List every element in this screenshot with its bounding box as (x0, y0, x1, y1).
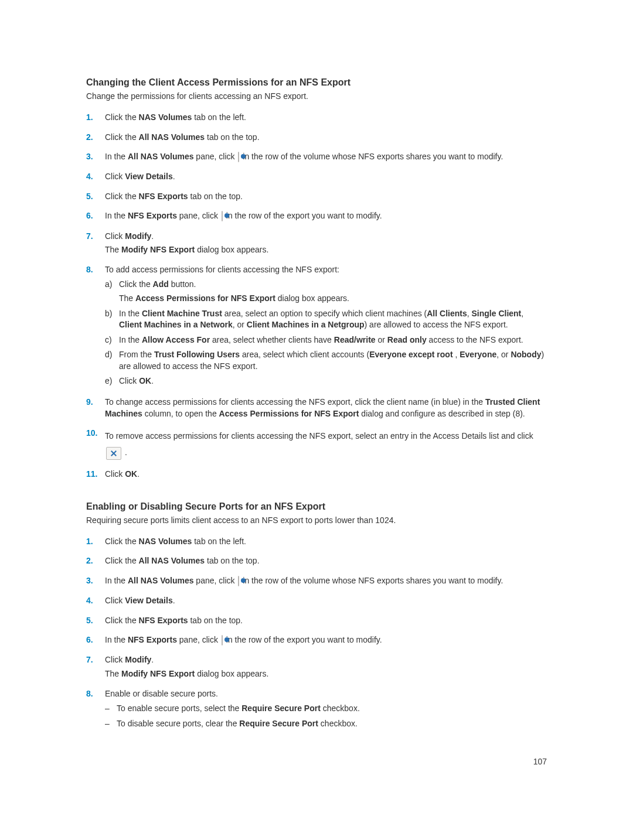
step-text: In the All NAS Volumes pane, click in th… (105, 151, 547, 163)
section-heading: Enabling or Disabling Secure Ports for a… (86, 500, 547, 513)
step: 6.In the NFS Exports pane, click in the … (86, 634, 547, 648)
settings-icon (238, 152, 239, 163)
step: 3.In the All NAS Volumes pane, click in … (86, 151, 547, 165)
step: 8.To add access permissions for clients … (86, 264, 547, 391)
step-number: 2. (86, 132, 105, 144)
step: 7.Click Modify.The Modify NFS Export dia… (86, 654, 547, 682)
step-number: 4. (86, 595, 105, 607)
step: 1.Click the NAS Volumes tab on the left. (86, 112, 547, 126)
steps-list-1: 1.Click the NAS Volumes tab on the left.… (86, 112, 547, 483)
substep: d)From the Trust Following Users area, s… (105, 349, 547, 372)
step-text: Click the All NAS Volumes tab on the top… (105, 555, 547, 567)
step: 9.To change access permissions for clien… (86, 397, 547, 422)
step-text: Click Modify. (105, 231, 547, 243)
substep-list: a)Click the Add button.The Access Permis… (105, 279, 547, 387)
substep-text: In the Client Machine Trust area, select… (119, 309, 523, 330)
step-number: 6. (86, 634, 105, 646)
dash-text: To disable secure ports, clear the Requi… (117, 718, 358, 730)
step-text: Click the NFS Exports tab on the top. (105, 191, 547, 203)
substep-marker: e) (105, 375, 119, 387)
substep: e)Click OK. (105, 375, 547, 387)
section-heading: Changing the Client Access Permissions f… (86, 76, 547, 89)
step-text: Click OK. (105, 469, 547, 480)
step-text: Enable or disable secure ports. (105, 688, 547, 700)
substep-marker: c) (105, 334, 119, 346)
dash-item: –To enable secure ports, select the Requ… (105, 703, 547, 715)
step-result: The Modify NFS Export dialog box appears… (105, 244, 547, 256)
step-number: 6. (86, 210, 105, 222)
settings-icon (222, 635, 223, 647)
step: 5.Click the NFS Exports tab on the top. (86, 615, 547, 629)
dash-marker: – (105, 703, 117, 715)
substep: c)In the Allow Access For area, select w… (105, 334, 547, 346)
step: 2.Click the All NAS Volumes tab on the t… (86, 132, 547, 146)
step-text: To remove access permissions for clients… (105, 428, 547, 460)
substep-marker: d) (105, 349, 119, 361)
step-number: 5. (86, 191, 105, 203)
substep-result: The Access Permissions for NFS Export di… (119, 293, 547, 305)
substep: b)In the Client Machine Trust area, sele… (105, 308, 547, 331)
step-number: 8. (86, 264, 105, 276)
substep-text: Click OK. (119, 376, 154, 385)
step-number: 7. (86, 654, 105, 666)
step-number: 9. (86, 397, 105, 408)
step-number: 1. (86, 536, 105, 548)
dash-text: To enable secure ports, select the Requi… (117, 703, 360, 715)
page-number: 107 (86, 756, 547, 768)
step-number: 7. (86, 231, 105, 243)
step: 2.Click the All NAS Volumes tab on the t… (86, 555, 547, 569)
dash-item: –To disable secure ports, clear the Requ… (105, 718, 547, 730)
dash-marker: – (105, 718, 117, 730)
step-number: 3. (86, 151, 105, 163)
substep-text: From the Trust Following Users area, sel… (119, 350, 544, 371)
substep-marker: b) (105, 308, 119, 320)
step-text: Click the NAS Volumes tab on the left. (105, 112, 547, 124)
substep-marker: a) (105, 279, 119, 291)
step: 7.Click Modify.The Modify NFS Export dia… (86, 231, 547, 258)
step: 5.Click the NFS Exports tab on the top. (86, 191, 547, 205)
step-text: Click the NFS Exports tab on the top. (105, 615, 547, 627)
step-text: In the All NAS Volumes pane, click in th… (105, 575, 547, 587)
step: 10.To remove access permissions for clie… (86, 428, 547, 463)
step-number: 1. (86, 112, 105, 124)
section-subtitle: Requiring secure ports limits client acc… (86, 515, 547, 527)
step-number: 8. (86, 688, 105, 700)
step-text: Click the NAS Volumes tab on the left. (105, 536, 547, 548)
step-text: In the NFS Exports pane, click in the ro… (105, 634, 547, 646)
step: 6.In the NFS Exports pane, click in the … (86, 210, 547, 224)
step: 1.Click the NAS Volumes tab on the left. (86, 536, 547, 550)
steps-list-2: 1.Click the NAS Volumes tab on the left.… (86, 536, 547, 733)
settings-icon (222, 211, 223, 223)
step-number: 10. (86, 428, 105, 439)
step-number: 4. (86, 171, 105, 183)
step-text: Click View Details. (105, 171, 547, 183)
step-number: 11. (86, 469, 105, 480)
section-subtitle: Change the permissions for clients acces… (86, 91, 547, 103)
step-number: 2. (86, 555, 105, 567)
dash-list: –To enable secure ports, select the Requ… (105, 703, 547, 729)
step-text: Click View Details. (105, 595, 547, 607)
step-number: 5. (86, 615, 105, 627)
delete-icon (106, 447, 121, 460)
step-text: Click the All NAS Volumes tab on the top… (105, 132, 547, 144)
step-number: 3. (86, 575, 105, 587)
step: 8.Enable or disable secure ports.–To ena… (86, 688, 547, 733)
step: 3.In the All NAS Volumes pane, click in … (86, 575, 547, 589)
substep-text: Click the Add button. (119, 279, 196, 289)
step-text: To change access permissions for clients… (105, 397, 547, 419)
step: 11.Click OK. (86, 469, 547, 483)
settings-icon (238, 576, 239, 588)
substep: a)Click the Add button.The Access Permis… (105, 279, 547, 304)
step: 4.Click View Details. (86, 171, 547, 185)
step-text: To add access permissions for clients ac… (105, 264, 547, 276)
step-text: Click Modify. (105, 654, 547, 666)
step-text: In the NFS Exports pane, click in the ro… (105, 210, 547, 222)
step: 4.Click View Details. (86, 595, 547, 609)
substep-text: In the Allow Access For area, select whe… (119, 335, 523, 344)
step-result: The Modify NFS Export dialog box appears… (105, 668, 547, 680)
